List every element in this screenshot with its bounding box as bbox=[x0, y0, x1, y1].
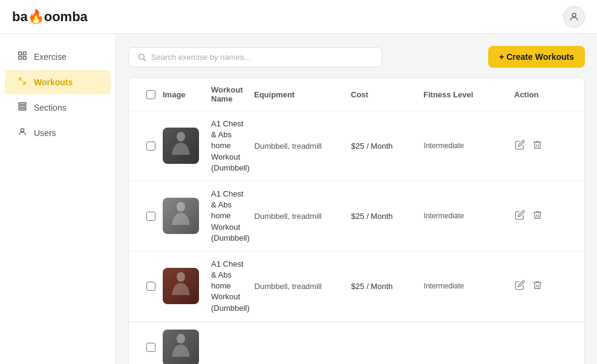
svg-point-14 bbox=[177, 334, 185, 343]
svg-line-10 bbox=[143, 59, 145, 60]
edit-button-3[interactable] bbox=[515, 280, 525, 293]
svg-rect-2 bbox=[23, 52, 26, 55]
cost-1: $25 / Month bbox=[351, 141, 424, 151]
delete-button-2[interactable] bbox=[532, 210, 543, 223]
svg-point-12 bbox=[177, 202, 185, 212]
delete-button-1[interactable] bbox=[532, 140, 543, 152]
row-checkbox-4[interactable] bbox=[146, 343, 155, 352]
workout-name-2: A1 Chest & Abs home Workout (Dumbbell) bbox=[211, 189, 255, 244]
row-checkbox-cell-4[interactable] bbox=[139, 343, 163, 352]
svg-rect-7 bbox=[19, 108, 26, 110]
cost-2: $25 / Month bbox=[351, 212, 424, 221]
topbar: ba🔥oomba bbox=[0, 0, 597, 34]
delete-button-3[interactable] bbox=[532, 280, 543, 293]
workouts-table: Image Workout Name Equipment Cost Fitnes… bbox=[128, 77, 585, 364]
action-icons-1 bbox=[515, 140, 575, 152]
sidebar-label-users: Users bbox=[34, 128, 56, 138]
table-row-partial bbox=[129, 322, 584, 364]
svg-point-0 bbox=[572, 13, 576, 17]
sidebar-label-exercise: Exercise bbox=[34, 52, 67, 62]
svg-rect-5 bbox=[19, 103, 26, 105]
user-avatar-button[interactable] bbox=[563, 6, 585, 28]
svg-point-8 bbox=[21, 129, 24, 132]
svg-rect-4 bbox=[23, 56, 26, 59]
svg-point-13 bbox=[177, 272, 185, 282]
main-content: + Create Workouts Image Workout Name Equ… bbox=[116, 34, 597, 364]
sidebar-item-workouts[interactable]: Workouts bbox=[5, 70, 111, 94]
workout-image-1 bbox=[163, 128, 199, 164]
workout-name-1: A1 Chest & Abs home Workout (Dumbbell) bbox=[211, 119, 255, 174]
fitness-level-3: Intermediate bbox=[424, 282, 515, 290]
sidebar-label-sections: Sections bbox=[34, 103, 67, 112]
sidebar-item-sections[interactable]: Sections bbox=[5, 96, 111, 120]
header-checkbox-cell[interactable] bbox=[139, 85, 163, 103]
workout-image-4 bbox=[163, 330, 199, 364]
row-checkbox-cell-3[interactable] bbox=[139, 282, 163, 291]
select-all-checkbox[interactable] bbox=[146, 90, 155, 99]
sidebar-item-exercise[interactable]: Exercise bbox=[5, 45, 111, 69]
row-checkbox-cell-2[interactable] bbox=[139, 212, 163, 221]
search-icon bbox=[137, 53, 146, 62]
sidebar-item-users[interactable]: Users bbox=[5, 121, 111, 145]
workouts-icon bbox=[17, 76, 28, 88]
action-icons-2 bbox=[515, 210, 575, 223]
sidebar-label-workouts: Workouts bbox=[34, 77, 73, 87]
table-row: A1 Chest & Abs home Workout (Dumbbell) D… bbox=[129, 252, 584, 322]
sections-icon bbox=[17, 102, 28, 114]
svg-rect-1 bbox=[19, 52, 22, 55]
users-icon bbox=[17, 127, 28, 139]
edit-button-2[interactable] bbox=[515, 210, 525, 223]
th-equipment: Equipment bbox=[254, 85, 351, 103]
edit-button-1[interactable] bbox=[515, 140, 525, 152]
svg-rect-3 bbox=[19, 56, 22, 59]
equipment-3: Dumbbell, treadmill bbox=[255, 282, 351, 291]
workout-image-3 bbox=[163, 268, 199, 304]
table-row: A1 Chest & Abs home Workout (Dumbbell) D… bbox=[129, 181, 584, 252]
create-workouts-button[interactable]: + Create Workouts bbox=[488, 46, 585, 68]
row-checkbox-1[interactable] bbox=[146, 141, 155, 151]
workout-image-2 bbox=[163, 198, 199, 234]
search-bar bbox=[128, 47, 382, 67]
table-row: A1 Chest & Abs home Workout (Dumbbell) D… bbox=[129, 111, 584, 181]
th-action: Action bbox=[514, 85, 575, 103]
sidebar: Exercise Workouts Sections Users bbox=[0, 34, 116, 364]
exercise-icon bbox=[17, 51, 28, 63]
workout-name-3: A1 Chest & Abs home Workout (Dumbbell) bbox=[211, 259, 255, 314]
svg-point-11 bbox=[177, 132, 185, 141]
cost-3: $25 / Month bbox=[351, 282, 424, 291]
table-header: Image Workout Name Equipment Cost Fitnes… bbox=[129, 78, 584, 111]
th-fitness-level: Fitness Level bbox=[423, 85, 514, 103]
fitness-level-2: Intermediate bbox=[424, 212, 515, 220]
svg-point-9 bbox=[139, 54, 145, 59]
equipment-1: Dumbbell, treadmill bbox=[255, 141, 351, 151]
equipment-2: Dumbbell, treadmill bbox=[255, 212, 351, 221]
th-workout-name: Workout Name bbox=[211, 85, 254, 103]
fitness-level-1: Intermediate bbox=[424, 141, 515, 150]
th-cost: Cost bbox=[351, 85, 423, 103]
toolbar: + Create Workouts bbox=[128, 46, 585, 68]
action-icons-3 bbox=[515, 280, 575, 293]
row-checkbox-3[interactable] bbox=[146, 282, 155, 291]
row-checkbox-cell-1[interactable] bbox=[139, 141, 163, 151]
logo-text: ba🔥oomba bbox=[12, 9, 88, 25]
svg-rect-6 bbox=[19, 106, 26, 108]
search-input[interactable] bbox=[151, 53, 373, 62]
th-image: Image bbox=[163, 85, 211, 103]
logo: ba🔥oomba bbox=[12, 9, 88, 25]
row-checkbox-2[interactable] bbox=[146, 212, 155, 221]
